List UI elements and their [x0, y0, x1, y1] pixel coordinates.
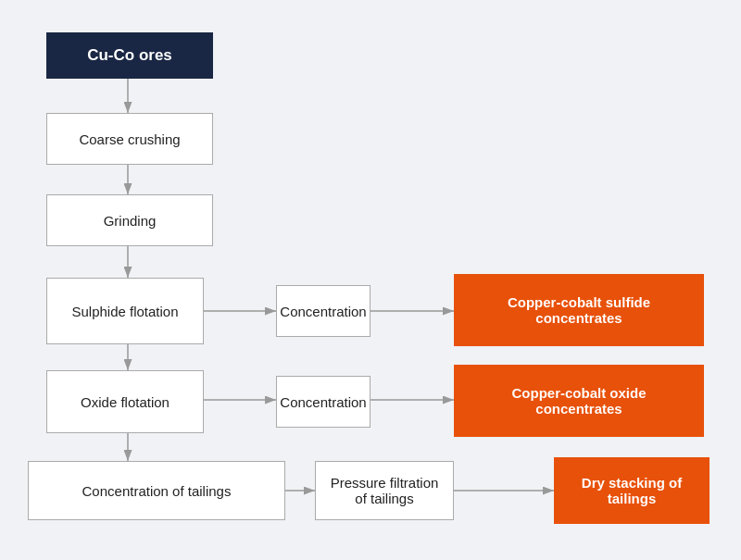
concentration2-label: Concentration — [280, 394, 366, 410]
coarse-crushing-label: Coarse crushing — [79, 131, 180, 147]
cu-co-ores-label: Cu-Co ores — [87, 46, 172, 65]
copper-cobalt-oxide-label: Copper-cobalt oxide concentrates — [467, 385, 691, 417]
copper-cobalt-sulfide-box: Copper-cobalt sulfide concentrates — [454, 274, 704, 346]
grinding-label: Grinding — [104, 213, 157, 229]
coarse-crushing-box: Coarse crushing — [46, 113, 213, 165]
concentration2-box: Concentration — [276, 376, 370, 428]
concentration1-label: Concentration — [280, 304, 366, 319]
copper-cobalt-oxide-box: Copper-cobalt oxide concentrates — [454, 365, 704, 437]
cu-co-ores-box: Cu-Co ores — [46, 32, 213, 79]
sulphide-flotation-label: Sulphide flotation — [71, 304, 178, 319]
oxide-flotation-box: Oxide flotation — [46, 370, 204, 433]
pressure-filtration-box: Pressure filtration of tailings — [315, 461, 454, 520]
copper-cobalt-sulfide-label: Copper-cobalt sulfide concentrates — [467, 294, 691, 326]
concentration-tailings-box: Concentration of tailings — [28, 461, 285, 520]
dry-stacking-label: Dry stacking of tailings — [567, 475, 697, 506]
dry-stacking-box: Dry stacking of tailings — [554, 457, 710, 524]
concentration1-box: Concentration — [276, 285, 370, 337]
flowchart-diagram: Cu-Co ores Coarse crushing Grinding Sulp… — [0, 0, 741, 560]
concentration-tailings-label: Concentration of tailings — [82, 483, 232, 499]
sulphide-flotation-box: Sulphide flotation — [46, 278, 204, 344]
grinding-box: Grinding — [46, 194, 213, 246]
oxide-flotation-label: Oxide flotation — [81, 394, 170, 410]
pressure-filtration-label: Pressure filtration of tailings — [325, 475, 444, 506]
